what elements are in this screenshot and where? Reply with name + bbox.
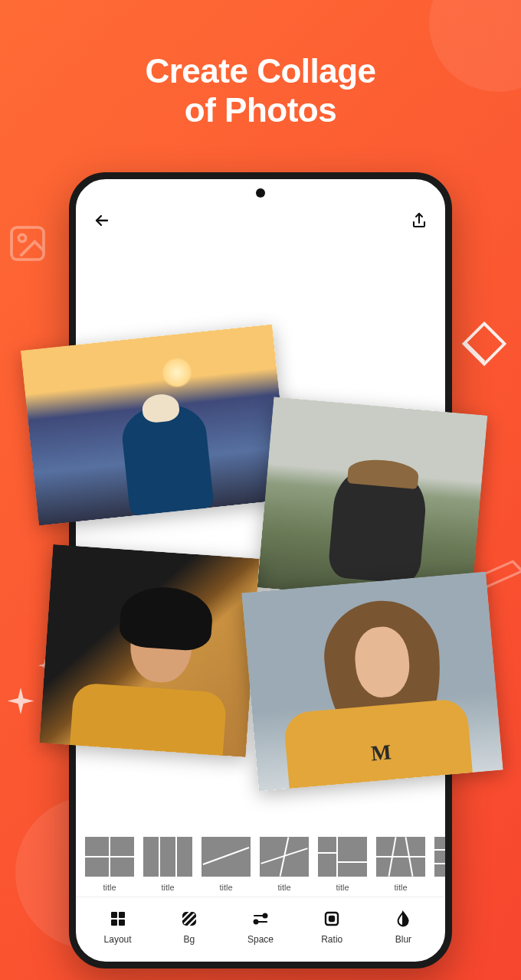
- tool-label: Bg: [153, 934, 224, 945]
- layout-label: title: [143, 883, 192, 892]
- layout-label: title: [260, 883, 309, 892]
- layout-label: title: [202, 883, 251, 892]
- sparkle-bg-icon: [5, 688, 37, 720]
- share-up-icon: [410, 211, 428, 230]
- layout-option-skew-4[interactable]: title: [376, 837, 425, 892]
- collage-canvas[interactable]: [76, 240, 445, 825]
- layout-option-diag-4[interactable]: title: [260, 837, 309, 892]
- layout-option-stack-4[interactable]: title: [434, 837, 445, 892]
- layout-label: title: [434, 883, 445, 892]
- tool-label: Layout: [82, 934, 153, 945]
- svg-rect-11: [329, 916, 334, 921]
- layout-option-diag-2[interactable]: title: [202, 837, 251, 892]
- svg-rect-2: [464, 324, 504, 364]
- svg-point-8: [264, 914, 267, 918]
- bg-icon: [180, 910, 198, 928]
- space-icon: [251, 910, 270, 928]
- layout-thumb-icon: [143, 837, 192, 877]
- pencil-bg-icon: [452, 551, 521, 597]
- svg-rect-4: [119, 912, 125, 918]
- layout-icon: [109, 910, 127, 928]
- blur-icon: [395, 910, 411, 928]
- tool-bg[interactable]: Bg: [153, 908, 224, 945]
- tool-label: Space: [224, 934, 296, 945]
- layout-option-grid-4[interactable]: title: [85, 837, 134, 892]
- layout-option-cols-3[interactable]: title: [143, 837, 192, 892]
- tool-blur[interactable]: Blur: [368, 908, 439, 945]
- layout-thumb-icon: [434, 837, 445, 877]
- layout-thumb-icon: [260, 837, 309, 877]
- tool-layout[interactable]: Layout: [82, 908, 153, 945]
- tool-label: Blur: [368, 934, 439, 945]
- layout-thumb-icon: [376, 837, 425, 877]
- layout-thumb-icon: [202, 837, 251, 877]
- svg-point-9: [254, 920, 258, 924]
- layout-thumb-icon: [85, 837, 134, 877]
- headline-line-2: of Photos: [0, 91, 521, 130]
- ratio-icon: [323, 910, 341, 928]
- svg-rect-0: [11, 227, 44, 260]
- layout-label: title: [85, 883, 134, 892]
- layout-label: title: [318, 883, 367, 892]
- layout-ribbon[interactable]: title title title title: [76, 825, 445, 897]
- layout-thumb-icon: [318, 837, 367, 877]
- tool-ratio[interactable]: Ratio: [297, 908, 368, 945]
- bottom-toolbar: Layout Bg Space Ratio Blur: [76, 897, 445, 962]
- sparkle-small-bg-icon: [37, 658, 54, 675]
- layout-option-asym-4[interactable]: title: [318, 837, 367, 892]
- arrow-left-icon: [93, 211, 111, 230]
- export-button[interactable]: [410, 211, 428, 233]
- phone-camera-dot: [256, 188, 265, 198]
- tool-label: Ratio: [297, 934, 368, 945]
- tool-space[interactable]: Space: [224, 908, 296, 945]
- phone-mockup: title title title title: [69, 172, 452, 969]
- back-button[interactable]: [93, 211, 111, 233]
- svg-rect-3: [111, 912, 117, 918]
- diamond-grid-bg-icon: [461, 322, 507, 368]
- picture-bg-icon: [6, 222, 49, 265]
- layout-label: title: [376, 883, 425, 892]
- svg-point-1: [18, 234, 25, 241]
- svg-rect-6: [119, 920, 125, 926]
- svg-rect-5: [111, 920, 117, 926]
